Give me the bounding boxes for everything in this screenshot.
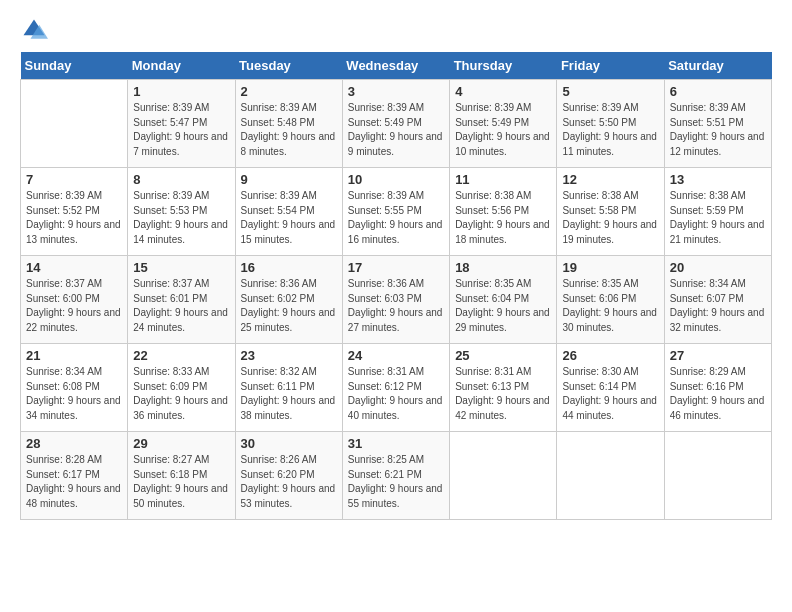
sunrise: Sunrise: 8:36 AM: [348, 278, 424, 289]
sunset: Sunset: 5:49 PM: [455, 117, 529, 128]
sunrise: Sunrise: 8:35 AM: [455, 278, 531, 289]
calendar-cell: 7 Sunrise: 8:39 AM Sunset: 5:52 PM Dayli…: [21, 168, 128, 256]
sunset: Sunset: 5:55 PM: [348, 205, 422, 216]
calendar-cell: 29 Sunrise: 8:27 AM Sunset: 6:18 PM Dayl…: [128, 432, 235, 520]
sunrise: Sunrise: 8:31 AM: [348, 366, 424, 377]
daylight: Daylight: 9 hours and 36 minutes.: [133, 395, 228, 421]
calendar-body: 1 Sunrise: 8:39 AM Sunset: 5:47 PM Dayli…: [21, 80, 772, 520]
sunset: Sunset: 6:06 PM: [562, 293, 636, 304]
cell-info: Sunrise: 8:26 AM Sunset: 6:20 PM Dayligh…: [241, 453, 337, 511]
cell-info: Sunrise: 8:39 AM Sunset: 5:51 PM Dayligh…: [670, 101, 766, 159]
sunset: Sunset: 5:58 PM: [562, 205, 636, 216]
calendar-cell: 24 Sunrise: 8:31 AM Sunset: 6:12 PM Dayl…: [342, 344, 449, 432]
cell-info: Sunrise: 8:39 AM Sunset: 5:47 PM Dayligh…: [133, 101, 229, 159]
daylight: Daylight: 9 hours and 11 minutes.: [562, 131, 657, 157]
calendar-cell: 12 Sunrise: 8:38 AM Sunset: 5:58 PM Dayl…: [557, 168, 664, 256]
sunrise: Sunrise: 8:32 AM: [241, 366, 317, 377]
calendar-cell: 23 Sunrise: 8:32 AM Sunset: 6:11 PM Dayl…: [235, 344, 342, 432]
daylight: Daylight: 9 hours and 38 minutes.: [241, 395, 336, 421]
sunrise: Sunrise: 8:27 AM: [133, 454, 209, 465]
sunset: Sunset: 6:07 PM: [670, 293, 744, 304]
sunrise: Sunrise: 8:39 AM: [348, 102, 424, 113]
sunrise: Sunrise: 8:37 AM: [26, 278, 102, 289]
daylight: Daylight: 9 hours and 27 minutes.: [348, 307, 443, 333]
cell-info: Sunrise: 8:37 AM Sunset: 6:01 PM Dayligh…: [133, 277, 229, 335]
cell-info: Sunrise: 8:34 AM Sunset: 6:08 PM Dayligh…: [26, 365, 122, 423]
cell-info: Sunrise: 8:27 AM Sunset: 6:18 PM Dayligh…: [133, 453, 229, 511]
sunrise: Sunrise: 8:39 AM: [133, 190, 209, 201]
day-number: 14: [26, 260, 122, 275]
day-number: 4: [455, 84, 551, 99]
sunset: Sunset: 6:00 PM: [26, 293, 100, 304]
daylight: Daylight: 9 hours and 44 minutes.: [562, 395, 657, 421]
cell-info: Sunrise: 8:39 AM Sunset: 5:54 PM Dayligh…: [241, 189, 337, 247]
daylight: Daylight: 9 hours and 24 minutes.: [133, 307, 228, 333]
sunrise: Sunrise: 8:39 AM: [562, 102, 638, 113]
calendar-cell: 14 Sunrise: 8:37 AM Sunset: 6:00 PM Dayl…: [21, 256, 128, 344]
sunset: Sunset: 6:18 PM: [133, 469, 207, 480]
day-number: 1: [133, 84, 229, 99]
sunset: Sunset: 6:13 PM: [455, 381, 529, 392]
calendar-cell: 21 Sunrise: 8:34 AM Sunset: 6:08 PM Dayl…: [21, 344, 128, 432]
cell-info: Sunrise: 8:33 AM Sunset: 6:09 PM Dayligh…: [133, 365, 229, 423]
day-number: 15: [133, 260, 229, 275]
day-number: 16: [241, 260, 337, 275]
sunset: Sunset: 5:49 PM: [348, 117, 422, 128]
sunrise: Sunrise: 8:30 AM: [562, 366, 638, 377]
calendar-cell: 20 Sunrise: 8:34 AM Sunset: 6:07 PM Dayl…: [664, 256, 771, 344]
daylight: Daylight: 9 hours and 7 minutes.: [133, 131, 228, 157]
sunset: Sunset: 5:47 PM: [133, 117, 207, 128]
calendar-week-row: 28 Sunrise: 8:28 AM Sunset: 6:17 PM Dayl…: [21, 432, 772, 520]
daylight: Daylight: 9 hours and 48 minutes.: [26, 483, 121, 509]
calendar-cell: 17 Sunrise: 8:36 AM Sunset: 6:03 PM Dayl…: [342, 256, 449, 344]
cell-info: Sunrise: 8:28 AM Sunset: 6:17 PM Dayligh…: [26, 453, 122, 511]
cell-info: Sunrise: 8:25 AM Sunset: 6:21 PM Dayligh…: [348, 453, 444, 511]
calendar-cell: 25 Sunrise: 8:31 AM Sunset: 6:13 PM Dayl…: [450, 344, 557, 432]
sunset: Sunset: 6:21 PM: [348, 469, 422, 480]
daylight: Daylight: 9 hours and 8 minutes.: [241, 131, 336, 157]
sunrise: Sunrise: 8:35 AM: [562, 278, 638, 289]
day-number: 29: [133, 436, 229, 451]
calendar-cell: 18 Sunrise: 8:35 AM Sunset: 6:04 PM Dayl…: [450, 256, 557, 344]
calendar-cell: 13 Sunrise: 8:38 AM Sunset: 5:59 PM Dayl…: [664, 168, 771, 256]
calendar-cell: [21, 80, 128, 168]
sunrise: Sunrise: 8:29 AM: [670, 366, 746, 377]
day-number: 17: [348, 260, 444, 275]
sunset: Sunset: 6:09 PM: [133, 381, 207, 392]
sunrise: Sunrise: 8:39 AM: [133, 102, 209, 113]
calendar-cell: 16 Sunrise: 8:36 AM Sunset: 6:02 PM Dayl…: [235, 256, 342, 344]
sunrise: Sunrise: 8:34 AM: [670, 278, 746, 289]
daylight: Daylight: 9 hours and 50 minutes.: [133, 483, 228, 509]
calendar-cell: 4 Sunrise: 8:39 AM Sunset: 5:49 PM Dayli…: [450, 80, 557, 168]
sunrise: Sunrise: 8:39 AM: [241, 102, 317, 113]
sunset: Sunset: 5:54 PM: [241, 205, 315, 216]
sunset: Sunset: 5:48 PM: [241, 117, 315, 128]
cell-info: Sunrise: 8:29 AM Sunset: 6:16 PM Dayligh…: [670, 365, 766, 423]
sunrise: Sunrise: 8:38 AM: [562, 190, 638, 201]
day-number: 28: [26, 436, 122, 451]
daylight: Daylight: 9 hours and 10 minutes.: [455, 131, 550, 157]
calendar-cell: 9 Sunrise: 8:39 AM Sunset: 5:54 PM Dayli…: [235, 168, 342, 256]
daylight: Daylight: 9 hours and 53 minutes.: [241, 483, 336, 509]
cell-info: Sunrise: 8:35 AM Sunset: 6:06 PM Dayligh…: [562, 277, 658, 335]
calendar-cell: 30 Sunrise: 8:26 AM Sunset: 6:20 PM Dayl…: [235, 432, 342, 520]
calendar-table: SundayMondayTuesdayWednesdayThursdayFrid…: [20, 52, 772, 520]
daylight: Daylight: 9 hours and 19 minutes.: [562, 219, 657, 245]
day-number: 10: [348, 172, 444, 187]
daylight: Daylight: 9 hours and 18 minutes.: [455, 219, 550, 245]
daylight: Daylight: 9 hours and 46 minutes.: [670, 395, 765, 421]
sunset: Sunset: 5:53 PM: [133, 205, 207, 216]
day-number: 31: [348, 436, 444, 451]
daylight: Daylight: 9 hours and 29 minutes.: [455, 307, 550, 333]
daylight: Daylight: 9 hours and 22 minutes.: [26, 307, 121, 333]
calendar-cell: [557, 432, 664, 520]
daylight: Daylight: 9 hours and 32 minutes.: [670, 307, 765, 333]
day-number: 19: [562, 260, 658, 275]
day-number: 18: [455, 260, 551, 275]
cell-info: Sunrise: 8:36 AM Sunset: 6:03 PM Dayligh…: [348, 277, 444, 335]
sunrise: Sunrise: 8:39 AM: [241, 190, 317, 201]
sunrise: Sunrise: 8:25 AM: [348, 454, 424, 465]
calendar-cell: 15 Sunrise: 8:37 AM Sunset: 6:01 PM Dayl…: [128, 256, 235, 344]
sunset: Sunset: 6:14 PM: [562, 381, 636, 392]
day-number: 24: [348, 348, 444, 363]
